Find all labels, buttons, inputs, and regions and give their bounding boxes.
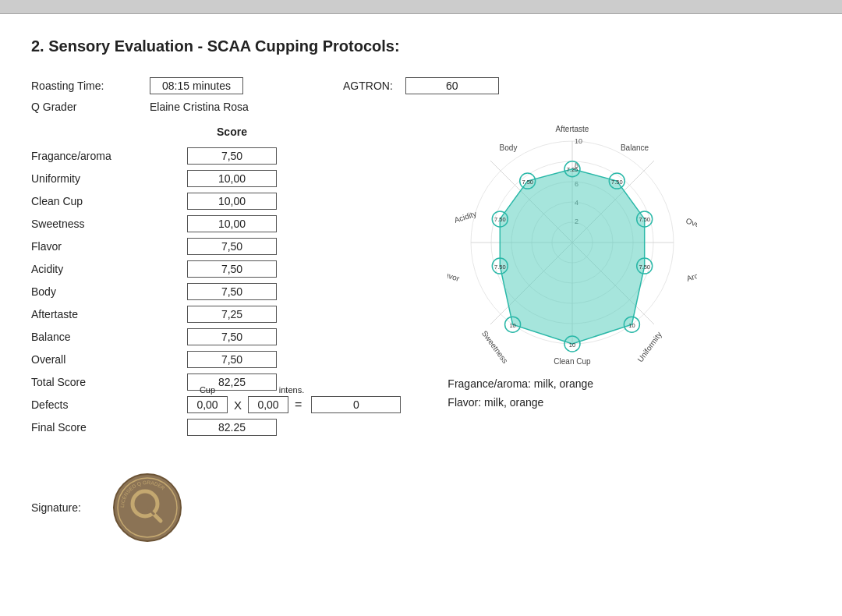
flavor-note-1: Fragance/aroma: milk, orange [448,375,811,394]
score-label-3: Sweetness [31,218,187,230]
svg-text:Acidity: Acidity [454,209,478,225]
score-label-4: Flavor [31,240,187,253]
svg-text:7.50: 7.50 [639,216,651,223]
svg-text:Overall: Overall [685,216,698,232]
svg-text:7.50: 7.50 [522,179,534,186]
defects-result: 0 [311,396,401,413]
final-label: Final Score [31,421,187,434]
svg-text:10: 10 [569,342,575,349]
score-value-8: 7,50 [187,328,277,345]
score-label-7: Aftertaste [31,308,187,320]
flavor-note-2: Flavor: milk, orange [448,394,811,412]
score-row-6: Body7,50 [31,283,401,300]
score-label-1: Uniformity [31,172,187,185]
right-section: 2 4 6 8 10 [416,126,811,441]
equals-sign: = [295,398,302,412]
defects-label: Defects [31,398,187,411]
radar-svg: 2 4 6 8 10 [448,118,697,367]
score-value-2: 10,00 [187,193,277,210]
signature-label: Signature: [31,501,81,514]
grader-row: Q Grader Elaine Cristina Rosa [31,101,811,113]
score-row-4: Flavor7,50 [31,238,401,255]
intens-header: intens. [271,385,312,395]
multiply-sign: X [234,398,242,412]
score-label-9: Overall [31,353,187,366]
score-value-6: 7,50 [187,283,277,300]
agtron-row: AGTRON: 60 [343,77,499,94]
radar-chart: 2 4 6 8 10 [448,118,697,367]
svg-text:7.25: 7.25 [567,166,578,173]
defects-row: Defects 0,00 X 0,00 = 0 [31,396,401,413]
svg-text:7.50: 7.50 [494,216,506,223]
svg-text:Body: Body [500,143,518,152]
svg-text:Flavor: Flavor [448,268,461,283]
svg-text:Sweetness: Sweetness [480,329,510,365]
svg-text:Clean Cup: Clean Cup [554,357,592,366]
signature-section: Signature: LICENSED Q GRADER [31,473,811,543]
svg-text:10: 10 [629,322,635,329]
svg-text:10: 10 [575,137,582,145]
content-area: Score Fragance/aroma7,50Uniformity10,00C… [31,126,811,441]
score-row-5: Acidity7,50 [31,260,401,278]
score-value-9: 7,50 [187,351,277,368]
score-header: Score [187,126,277,138]
score-row-8: Balance7,50 [31,328,401,345]
score-label-5: Acidity [31,263,187,275]
score-label-2: Clean Cup [31,195,187,207]
final-value: 82.25 [187,419,277,436]
score-row-2: Clean Cup10,00 [31,193,401,210]
roasting-label: Roasting Time: [31,80,140,92]
intens-value: 0,00 [248,396,288,413]
flavor-notes: Fragance/aroma: milk, orange Flavor: mil… [448,375,811,412]
cup-intens-labels: Cup intens. [187,385,312,395]
cup-header: Cup [187,385,228,395]
main-content: 2. Sensory Evaluation - SCAA Cupping Pro… [0,14,842,558]
grader-label: Q Grader [31,101,140,113]
score-value-7: 7,25 [187,306,277,323]
score-label-6: Body [31,285,187,298]
roasting-value: 08:15 minutes [150,77,243,94]
score-rows: Fragance/aroma7,50Uniformity10,00Clean C… [31,147,401,368]
q-grader-logo: LICENSED Q GRADER [112,473,182,543]
top-bar [0,0,842,14]
score-row-7: Aftertaste7,25 [31,306,401,323]
svg-text:Aftertaste: Aftertaste [556,125,589,133]
agtron-label: AGTRON: [343,80,393,92]
score-value-5: 7,50 [187,260,277,278]
grader-value: Elaine Cristina Rosa [150,101,249,113]
score-value-3: 10,00 [187,215,277,232]
score-row-0: Fragance/aroma7,50 [31,147,401,165]
section-title: 2. Sensory Evaluation - SCAA Cupping Pro… [31,37,811,55]
scores-section: Score Fragance/aroma7,50Uniformity10,00C… [31,126,401,441]
score-row-1: Uniformity10,00 [31,170,401,187]
svg-text:Uniformity: Uniformity [636,331,663,364]
score-value-0: 7,50 [187,147,277,165]
score-value-1: 10,00 [187,170,277,187]
svg-text:Aroma: Aroma [686,267,698,283]
final-score-row: Final Score 82.25 [31,419,401,436]
score-label-0: Fragance/aroma [31,150,187,162]
total-label: Total Score [31,376,187,388]
score-value-4: 7,50 [187,238,277,255]
svg-text:Balance: Balance [621,143,649,152]
svg-text:10: 10 [510,322,516,329]
score-row-3: Sweetness10,00 [31,215,401,232]
svg-marker-18 [501,169,645,344]
score-label-8: Balance [31,331,187,343]
svg-text:7.50: 7.50 [494,264,506,271]
agtron-value: 60 [405,77,499,94]
defects-calc: 0,00 X 0,00 = [187,396,305,413]
cup-value: 0,00 [187,396,228,413]
svg-text:7.50: 7.50 [611,179,623,186]
score-row-9: Overall7,50 [31,351,401,368]
svg-text:7.50: 7.50 [639,264,651,271]
